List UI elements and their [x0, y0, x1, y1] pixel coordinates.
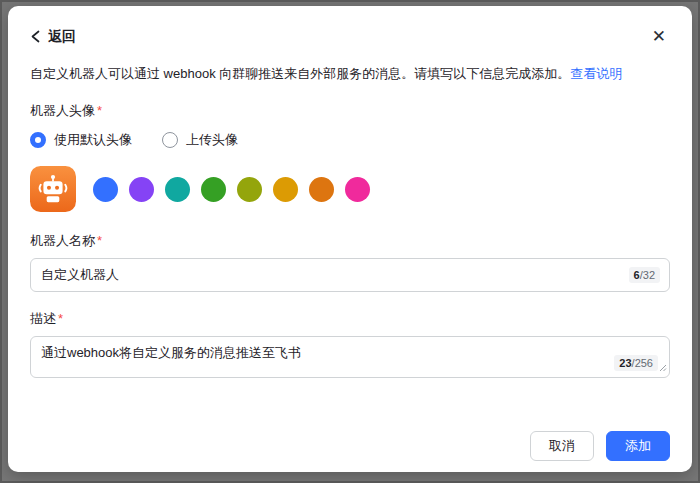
dialog-footer: 取消 添加 [530, 431, 670, 461]
avatar-label-text: 机器人头像 [30, 103, 95, 118]
cancel-button[interactable]: 取消 [530, 431, 594, 461]
bot-description-value: 通过webhook将自定义服务的消息推送至飞书 [41, 345, 301, 360]
avatar-option[interactable]: 上传头像 [162, 131, 238, 149]
view-docs-link[interactable]: 查看说明 [570, 66, 622, 81]
avatar-option[interactable]: 使用默认头像 [30, 131, 132, 149]
avatar-color-list [93, 177, 370, 202]
name-label-text: 机器人名称 [30, 233, 95, 248]
avatar-color-option[interactable] [93, 177, 118, 202]
desc-char-counter: 23/256 [614, 355, 658, 371]
required-asterisk: * [97, 103, 102, 118]
avatar-color-option[interactable] [129, 177, 154, 202]
intro-text-body: 自定义机器人可以通过 webhook 向群聊推送来自外部服务的消息。请填写以下信… [30, 66, 570, 81]
bot-description-textarea[interactable]: 通过webhook将自定义服务的消息推送至飞书 23/256 [30, 336, 670, 378]
desc-label-text: 描述 [30, 311, 56, 326]
avatar-color-option[interactable] [237, 177, 262, 202]
back-button[interactable]: 返回 [30, 28, 76, 46]
name-section-label: 机器人名称* [30, 232, 670, 250]
avatar-color-option[interactable] [165, 177, 190, 202]
radio-icon [162, 132, 178, 148]
avatar-color-option[interactable] [201, 177, 226, 202]
back-label: 返回 [48, 28, 76, 46]
avatar-radio-group: 使用默认头像 上传头像 [30, 131, 670, 149]
add-button[interactable]: 添加 [606, 431, 670, 461]
desc-section-label: 描述* [30, 310, 670, 328]
avatar-section-label: 机器人头像* [30, 102, 670, 120]
bot-name-value: 自定义机器人 [41, 266, 119, 284]
radio-label: 使用默认头像 [54, 131, 132, 149]
required-asterisk: * [58, 311, 63, 326]
chevron-left-icon [30, 30, 41, 43]
bot-name-input[interactable]: 自定义机器人 6/32 [30, 258, 670, 292]
close-icon[interactable]: ✕ [650, 26, 668, 47]
required-asterisk: * [97, 233, 102, 248]
radio-icon [30, 132, 46, 148]
name-char-counter: 6/32 [629, 267, 660, 283]
avatar-picker-row [30, 166, 670, 212]
add-custom-bot-dialog: 返回 ✕ 自定义机器人可以通过 webhook 向群聊推送来自外部服务的消息。请… [8, 6, 692, 472]
robot-icon[interactable] [30, 166, 76, 212]
radio-label: 上传头像 [186, 131, 238, 149]
resize-handle[interactable] [659, 360, 667, 375]
avatar-color-option[interactable] [273, 177, 298, 202]
avatar-color-option[interactable] [345, 177, 370, 202]
dialog-header: 返回 ✕ [8, 6, 692, 47]
intro-text: 自定义机器人可以通过 webhook 向群聊推送来自外部服务的消息。请填写以下信… [30, 64, 670, 84]
avatar-color-option[interactable] [309, 177, 334, 202]
